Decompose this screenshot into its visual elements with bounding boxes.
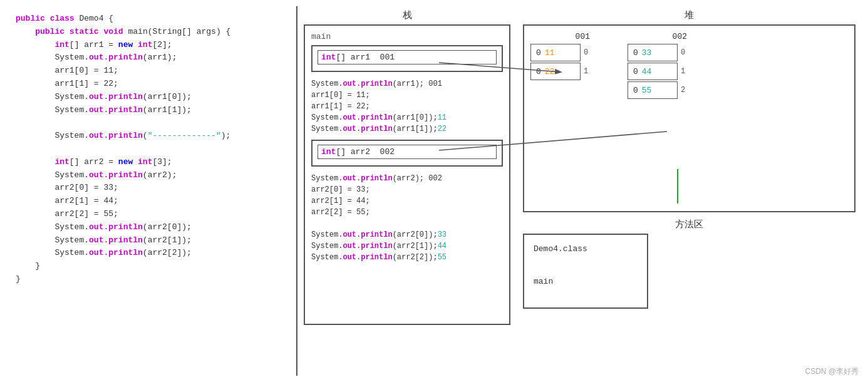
code-line-19: }	[16, 273, 287, 286]
code-line-12: arr2[0] = 33;	[16, 182, 287, 195]
heap-cell-2-2: 0 55 2	[628, 81, 690, 99]
code-line-2: public static void main(String[] args) {	[16, 26, 287, 39]
method-section: 方法区 Demo4.class main	[523, 219, 855, 309]
code-line-8: System.out.println(arr1[1]);	[16, 104, 287, 117]
method-content: Demo4.class main	[534, 241, 638, 290]
code-line-18: }	[16, 260, 287, 273]
heap-array-1: 001 0 11 0 0 22	[530, 32, 593, 205]
diagram-area: 栈 main int[] arr1 001 System.out.println…	[297, 6, 862, 376]
code-line-10: int[] arr2 = new int[3];	[16, 156, 287, 169]
stack-code-lines-2: System.out.println(arr2); 002 arr2[0] = …	[311, 172, 503, 264]
class-name: Demo4.class	[534, 241, 638, 257]
method-box: Demo4.class main	[523, 234, 648, 309]
heap-addr-2: 002	[673, 32, 690, 41]
method-name: main	[534, 274, 638, 290]
heap-cell-2-1: 0 44 1	[628, 63, 690, 80]
heap-section: 堆 001 0 11 0	[523, 9, 855, 212]
arr1-frame: int[] arr1 001	[311, 45, 503, 72]
stack-box: main int[] arr1 001 System.out.println(a…	[304, 24, 510, 325]
arr1-label: int[] arr1 001	[321, 53, 493, 62]
code-line-16: System.out.println(arr2[1]);	[16, 234, 287, 247]
code-panel: public class Demo4 { public static void …	[6, 6, 297, 376]
code-line-11: System.out.println(arr2);	[16, 169, 287, 182]
code-line-13: arr2[1] = 44;	[16, 195, 287, 208]
code-line-7: System.out.println(arr1[0]);	[16, 91, 287, 104]
main-container: public class Demo4 { public static void …	[0, 0, 868, 382]
stack-title: 栈	[304, 9, 510, 21]
code-line-9: System.out.println("-------------");	[16, 130, 287, 143]
arr1-var-row: int[] arr1 001	[318, 50, 497, 65]
heap-box: 001 0 11 0 0 22	[523, 24, 855, 212]
code-line-blank1	[16, 116, 287, 130]
heap-cell-1-0: 0 11 0	[530, 44, 593, 61]
code-line-5: arr1[0] = 11;	[16, 65, 287, 78]
heap-addr-1: 001	[576, 32, 593, 41]
heap-title: 堆	[523, 9, 855, 21]
heap-cell-1-1: 0 22 1	[530, 63, 593, 80]
arr2-label: int[] arr2 002	[321, 147, 493, 157]
main-frame-label: main	[311, 32, 503, 41]
heap-cell-2-0: 0 33 0	[628, 44, 690, 61]
diagram-top: 栈 main int[] arr1 001 System.out.println…	[304, 9, 855, 373]
stack-section: 栈 main int[] arr1 001 System.out.println…	[304, 9, 510, 373]
code-line-14: arr2[2] = 55;	[16, 208, 287, 221]
arr2-var-row: int[] arr2 002	[318, 145, 497, 159]
code-line-blank2	[16, 143, 287, 156]
method-title: 方法区	[523, 219, 855, 230]
code-line-1: public class Demo4 {	[16, 13, 287, 26]
code-line-15: System.out.println(arr2[0]);	[16, 221, 287, 234]
code-line-3: int[] arr1 = new int[2];	[16, 39, 287, 52]
heap-array-2: 002 0 33 0 0 44	[628, 32, 690, 205]
arr2-frame: int[] arr2 002	[311, 140, 503, 167]
code-line-17: System.out.println(arr2[2]);	[16, 247, 287, 260]
code-line-4: System.out.println(arr1);	[16, 51, 287, 65]
code-line-6: arr1[1] = 22;	[16, 78, 287, 91]
stack-code-lines-1: System.out.println(arr1); 001 arr1[0] = …	[311, 77, 503, 136]
right-panels: 堆 001 0 11 0	[523, 9, 855, 373]
watermark: CSDN @李好秀	[805, 366, 859, 377]
